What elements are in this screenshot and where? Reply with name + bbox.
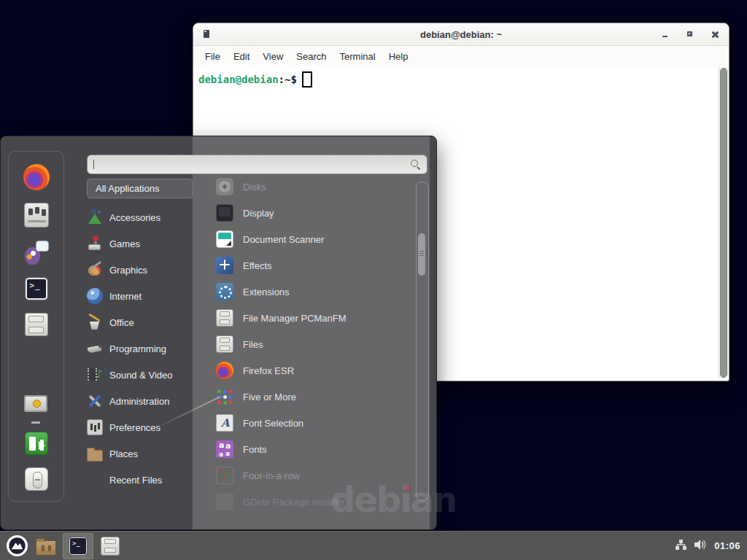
menu-button[interactable]: [4, 533, 30, 559]
terminal-menu-search[interactable]: Search: [290, 48, 333, 65]
taskbar-left: [0, 532, 126, 560]
terminal-icon: [69, 537, 88, 556]
app-label: Font Selection: [243, 418, 303, 429]
app-list: Disks Display Document Scanner Effects E…: [193, 174, 416, 515]
category-label: Graphics: [109, 265, 147, 276]
terminal-prompt: debian@debian:~$: [193, 66, 729, 88]
menu-scrollbar-thumb[interactable]: [418, 233, 425, 276]
category-label: Recent Files: [109, 475, 162, 486]
control-center-icon[interactable]: [24, 203, 49, 228]
app-document-scanner[interactable]: Document Scanner: [193, 226, 416, 252]
font-selection-icon: [216, 414, 233, 432]
effects-icon: [216, 257, 233, 274]
pidgin-icon[interactable]: [24, 240, 49, 265]
document-scanner-icon: [216, 230, 233, 248]
terminal-titlebar[interactable]: debian@debian: ~: [193, 23, 729, 46]
accessories-icon: [87, 209, 103, 225]
app-font-selection[interactable]: Font Selection: [193, 410, 416, 436]
category-list: All Applications Accessories Games Graph…: [87, 179, 193, 493]
terminal-taskbar-button[interactable]: [63, 533, 93, 559]
menu-scrollbar[interactable]: [416, 182, 429, 501]
system-tray: 01:06: [675, 539, 747, 553]
taskbar: 01:06: [0, 531, 747, 560]
lock-screen-icon[interactable]: [23, 393, 50, 419]
category-label: Sound & Video: [109, 370, 173, 381]
app-label: Document Scanner: [243, 234, 324, 245]
taskbar-clock[interactable]: 01:06: [714, 540, 740, 551]
terminal-app-icon: [204, 30, 209, 38]
network-icon[interactable]: [675, 539, 687, 553]
terminal-menu-help[interactable]: Help: [382, 48, 415, 65]
terminal-menu-view[interactable]: View: [256, 48, 290, 65]
app-firefox-esr[interactable]: Firefox ESR: [193, 357, 416, 384]
volume-icon[interactable]: [694, 539, 708, 553]
desktop-folder-button[interactable]: [31, 533, 61, 559]
category-internet[interactable]: Internet: [87, 283, 193, 309]
app-disks[interactable]: Disks: [193, 174, 416, 200]
terminal-scrollbar-thumb[interactable]: [720, 68, 727, 378]
app-extensions[interactable]: Extensions: [193, 279, 416, 305]
preferences-icon: [87, 419, 103, 435]
maximize-icon[interactable]: [685, 29, 695, 39]
menu-search-input[interactable]: [94, 155, 410, 174]
category-accessories[interactable]: Accessories: [87, 204, 193, 230]
category-sound-video[interactable]: Sound & Video: [87, 362, 193, 388]
terminal-menu-edit[interactable]: Edit: [227, 48, 256, 65]
fonts-icon: [216, 440, 233, 458]
app-five-or-more[interactable]: Five or More: [193, 384, 416, 410]
internet-icon: [87, 288, 103, 304]
games-icon: [87, 236, 103, 252]
app-label: File Manager PCManFM: [243, 313, 347, 324]
terminal-cursor: [302, 71, 312, 88]
terminal-menubar: File Edit View Search Terminal Help: [193, 46, 729, 66]
debian-watermark-dot: [405, 485, 411, 491]
app-display[interactable]: Display: [193, 200, 416, 226]
app-files[interactable]: Files: [193, 331, 416, 357]
file-cabinet-icon: [101, 537, 120, 556]
log-out-icon[interactable]: [25, 432, 48, 455]
shut-down-icon[interactable]: [25, 467, 48, 491]
terminal-menu-file[interactable]: File: [198, 48, 227, 65]
blank-icon: [87, 472, 103, 488]
app-label: Disks: [243, 182, 266, 192]
app-label: Five or More: [243, 392, 296, 402]
files-taskbar-button[interactable]: [95, 533, 125, 559]
app-four-in-a-row[interactable]: Four-in-a-row: [193, 462, 416, 489]
category-games[interactable]: Games: [87, 230, 193, 257]
category-label: Programming: [109, 343, 166, 354]
category-all-applications[interactable]: All Applications: [87, 179, 193, 198]
window-controls: [660, 23, 720, 45]
category-administration[interactable]: Administration: [87, 388, 193, 414]
display-icon: [216, 204, 233, 222]
firefox-icon: [216, 362, 233, 379]
app-file-manager-pcmanfm[interactable]: File Manager PCManFM: [193, 305, 416, 331]
app-gdebi-package-installer[interactable]: GDebi Package Installer: [193, 489, 416, 515]
app-fonts[interactable]: Fonts: [193, 436, 416, 462]
firefox-icon[interactable]: [23, 164, 50, 190]
app-label: Fonts: [243, 444, 267, 455]
menu-logo-icon: [6, 534, 28, 557]
category-programming[interactable]: Programming: [87, 335, 193, 362]
category-label: Internet: [109, 291, 142, 302]
app-label: GDebi Package Installer: [243, 497, 345, 508]
places-icon: [87, 450, 103, 462]
app-effects[interactable]: Effects: [193, 252, 416, 279]
terminal-menu-terminal[interactable]: Terminal: [333, 48, 382, 65]
close-icon[interactable]: [710, 29, 720, 39]
category-recent-files[interactable]: Recent Files: [87, 467, 193, 493]
category-places[interactable]: Places: [87, 440, 193, 467]
four-in-a-row-icon: [216, 467, 233, 484]
category-office[interactable]: Office: [87, 309, 193, 335]
minimize-icon[interactable]: [660, 29, 670, 39]
terminal-icon[interactable]: [25, 277, 48, 300]
programming-icon: [87, 341, 103, 357]
terminal-scrollbar[interactable]: [719, 67, 729, 378]
file-manager-icon[interactable]: [25, 313, 48, 336]
graphics-icon: [87, 262, 103, 278]
category-label: Preferences: [109, 422, 160, 433]
category-label: All Applications: [96, 183, 159, 194]
category-graphics[interactable]: Graphics: [87, 257, 193, 283]
file-cabinet-icon: [216, 335, 233, 353]
menu-search-bar: [87, 155, 427, 174]
folder-icon: [36, 540, 56, 556]
